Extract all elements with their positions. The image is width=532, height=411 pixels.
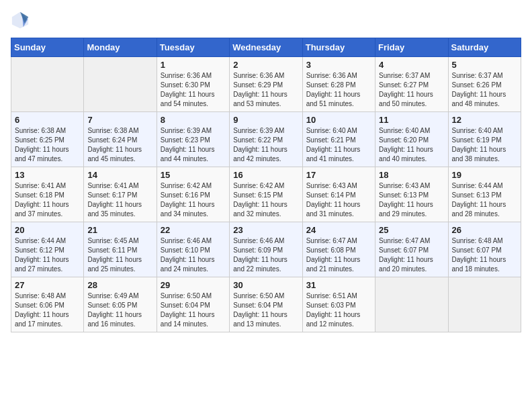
day-number: 30 bbox=[233, 280, 298, 290]
calendar-cell: 29Sunrise: 6:50 AMSunset: 6:04 PMDayligh… bbox=[157, 277, 229, 332]
day-info: Sunrise: 6:38 AMSunset: 6:24 PMDaylight:… bbox=[87, 126, 152, 164]
calendar-cell: 14Sunrise: 6:41 AMSunset: 6:17 PMDayligh… bbox=[84, 167, 157, 222]
day-number: 21 bbox=[87, 225, 152, 235]
calendar-cell: 12Sunrise: 6:40 AMSunset: 6:19 PMDayligh… bbox=[448, 112, 521, 167]
calendar-cell: 6Sunrise: 6:38 AMSunset: 6:25 PMDaylight… bbox=[11, 112, 84, 167]
day-number: 13 bbox=[15, 170, 80, 180]
day-number: 20 bbox=[15, 225, 80, 235]
calendar-cell: 24Sunrise: 6:47 AMSunset: 6:08 PMDayligh… bbox=[302, 222, 375, 277]
day-info: Sunrise: 6:45 AMSunset: 6:11 PMDaylight:… bbox=[87, 236, 152, 274]
day-info: Sunrise: 6:44 AMSunset: 6:13 PMDaylight:… bbox=[452, 181, 517, 219]
calendar-cell: 20Sunrise: 6:44 AMSunset: 6:12 PMDayligh… bbox=[11, 222, 84, 277]
calendar-cell: 30Sunrise: 6:50 AMSunset: 6:04 PMDayligh… bbox=[230, 277, 302, 332]
calendar-cell: 26Sunrise: 6:48 AMSunset: 6:07 PMDayligh… bbox=[448, 222, 521, 277]
day-info: Sunrise: 6:42 AMSunset: 6:15 PMDaylight:… bbox=[233, 181, 298, 219]
calendar-cell: 4Sunrise: 6:37 AMSunset: 6:27 PMDaylight… bbox=[375, 57, 448, 112]
day-number: 16 bbox=[233, 170, 298, 180]
day-number: 12 bbox=[452, 115, 517, 125]
day-info: Sunrise: 6:43 AMSunset: 6:14 PMDaylight:… bbox=[306, 181, 371, 219]
day-info: Sunrise: 6:36 AMSunset: 6:29 PMDaylight:… bbox=[233, 71, 298, 109]
day-info: Sunrise: 6:46 AMSunset: 6:10 PMDaylight:… bbox=[161, 236, 226, 274]
day-info: Sunrise: 6:37 AMSunset: 6:27 PMDaylight:… bbox=[379, 71, 444, 109]
day-number: 17 bbox=[306, 170, 371, 180]
day-number: 9 bbox=[233, 115, 298, 125]
day-info: Sunrise: 6:43 AMSunset: 6:13 PMDaylight:… bbox=[379, 181, 444, 219]
day-number: 2 bbox=[233, 60, 298, 70]
day-number: 24 bbox=[306, 225, 371, 235]
day-number: 14 bbox=[87, 170, 152, 180]
weekday-header-friday: Friday bbox=[375, 38, 448, 57]
day-number: 5 bbox=[452, 60, 517, 70]
day-info: Sunrise: 6:46 AMSunset: 6:09 PMDaylight:… bbox=[233, 236, 298, 274]
calendar-cell bbox=[375, 277, 448, 332]
calendar-cell: 18Sunrise: 6:43 AMSunset: 6:13 PMDayligh… bbox=[375, 167, 448, 222]
calendar-cell: 13Sunrise: 6:41 AMSunset: 6:18 PMDayligh… bbox=[11, 167, 84, 222]
calendar-cell bbox=[11, 57, 84, 112]
day-number: 23 bbox=[233, 225, 298, 235]
calendar-cell: 7Sunrise: 6:38 AMSunset: 6:24 PMDaylight… bbox=[84, 112, 157, 167]
calendar-cell: 27Sunrise: 6:48 AMSunset: 6:06 PMDayligh… bbox=[11, 277, 84, 332]
day-info: Sunrise: 6:39 AMSunset: 6:23 PMDaylight:… bbox=[161, 126, 226, 164]
day-info: Sunrise: 6:50 AMSunset: 6:04 PMDaylight:… bbox=[233, 291, 298, 329]
day-info: Sunrise: 6:41 AMSunset: 6:18 PMDaylight:… bbox=[15, 181, 80, 219]
day-number: 18 bbox=[379, 170, 444, 180]
calendar-cell: 1Sunrise: 6:36 AMSunset: 6:30 PMDaylight… bbox=[157, 57, 229, 112]
day-number: 19 bbox=[452, 170, 517, 180]
calendar-cell: 3Sunrise: 6:36 AMSunset: 6:28 PMDaylight… bbox=[302, 57, 375, 112]
calendar-cell: 21Sunrise: 6:45 AMSunset: 6:11 PMDayligh… bbox=[84, 222, 157, 277]
day-number: 27 bbox=[15, 280, 80, 290]
calendar-cell bbox=[84, 57, 157, 112]
calendar-cell: 23Sunrise: 6:46 AMSunset: 6:09 PMDayligh… bbox=[230, 222, 302, 277]
weekday-header-monday: Monday bbox=[84, 38, 157, 57]
weekday-header-wednesday: Wednesday bbox=[230, 38, 302, 57]
calendar-week-4: 20Sunrise: 6:44 AMSunset: 6:12 PMDayligh… bbox=[11, 222, 521, 277]
weekday-header-tuesday: Tuesday bbox=[157, 38, 229, 57]
logo-icon bbox=[11, 11, 30, 30]
calendar-cell: 9Sunrise: 6:39 AMSunset: 6:22 PMDaylight… bbox=[230, 112, 302, 167]
day-number: 28 bbox=[87, 280, 152, 290]
day-number: 11 bbox=[379, 115, 444, 125]
day-info: Sunrise: 6:40 AMSunset: 6:21 PMDaylight:… bbox=[306, 126, 371, 164]
calendar-cell bbox=[448, 277, 521, 332]
weekday-header-saturday: Saturday bbox=[448, 38, 521, 57]
day-info: Sunrise: 6:40 AMSunset: 6:20 PMDaylight:… bbox=[379, 126, 444, 164]
day-number: 4 bbox=[379, 60, 444, 70]
calendar-table: SundayMondayTuesdayWednesdayThursdayFrid… bbox=[11, 38, 521, 332]
day-number: 3 bbox=[306, 60, 371, 70]
calendar-cell: 19Sunrise: 6:44 AMSunset: 6:13 PMDayligh… bbox=[448, 167, 521, 222]
day-number: 26 bbox=[452, 225, 517, 235]
calendar-cell: 2Sunrise: 6:36 AMSunset: 6:29 PMDaylight… bbox=[230, 57, 302, 112]
day-info: Sunrise: 6:48 AMSunset: 6:06 PMDaylight:… bbox=[15, 291, 80, 329]
calendar-cell: 31Sunrise: 6:51 AMSunset: 6:03 PMDayligh… bbox=[302, 277, 375, 332]
day-number: 31 bbox=[306, 280, 371, 290]
calendar-cell: 11Sunrise: 6:40 AMSunset: 6:20 PMDayligh… bbox=[375, 112, 448, 167]
day-number: 25 bbox=[379, 225, 444, 235]
day-info: Sunrise: 6:48 AMSunset: 6:07 PMDaylight:… bbox=[452, 236, 517, 274]
weekday-header-row: SundayMondayTuesdayWednesdayThursdayFrid… bbox=[11, 38, 521, 57]
calendar-cell: 17Sunrise: 6:43 AMSunset: 6:14 PMDayligh… bbox=[302, 167, 375, 222]
weekday-header-thursday: Thursday bbox=[302, 38, 375, 57]
day-number: 8 bbox=[161, 115, 226, 125]
calendar-week-2: 6Sunrise: 6:38 AMSunset: 6:25 PMDaylight… bbox=[11, 112, 521, 167]
day-number: 22 bbox=[161, 225, 226, 235]
calendar-cell: 10Sunrise: 6:40 AMSunset: 6:21 PMDayligh… bbox=[302, 112, 375, 167]
day-info: Sunrise: 6:40 AMSunset: 6:19 PMDaylight:… bbox=[452, 126, 517, 164]
day-info: Sunrise: 6:47 AMSunset: 6:07 PMDaylight:… bbox=[379, 236, 444, 274]
day-info: Sunrise: 6:51 AMSunset: 6:03 PMDaylight:… bbox=[306, 291, 371, 329]
day-info: Sunrise: 6:50 AMSunset: 6:04 PMDaylight:… bbox=[161, 291, 226, 329]
day-number: 15 bbox=[161, 170, 226, 180]
day-info: Sunrise: 6:36 AMSunset: 6:28 PMDaylight:… bbox=[306, 71, 371, 109]
calendar-cell: 15Sunrise: 6:42 AMSunset: 6:16 PMDayligh… bbox=[157, 167, 229, 222]
calendar-cell: 5Sunrise: 6:37 AMSunset: 6:26 PMDaylight… bbox=[448, 57, 521, 112]
calendar-week-1: 1Sunrise: 6:36 AMSunset: 6:30 PMDaylight… bbox=[11, 57, 521, 112]
day-number: 10 bbox=[306, 115, 371, 125]
calendar-cell: 28Sunrise: 6:49 AMSunset: 6:05 PMDayligh… bbox=[84, 277, 157, 332]
day-number: 7 bbox=[87, 115, 152, 125]
calendar-week-5: 27Sunrise: 6:48 AMSunset: 6:06 PMDayligh… bbox=[11, 277, 521, 332]
day-info: Sunrise: 6:36 AMSunset: 6:30 PMDaylight:… bbox=[161, 71, 226, 109]
day-info: Sunrise: 6:47 AMSunset: 6:08 PMDaylight:… bbox=[306, 236, 371, 274]
calendar-cell: 16Sunrise: 6:42 AMSunset: 6:15 PMDayligh… bbox=[230, 167, 302, 222]
calendar-cell: 8Sunrise: 6:39 AMSunset: 6:23 PMDaylight… bbox=[157, 112, 229, 167]
day-info: Sunrise: 6:44 AMSunset: 6:12 PMDaylight:… bbox=[15, 236, 80, 274]
day-number: 1 bbox=[161, 60, 226, 70]
